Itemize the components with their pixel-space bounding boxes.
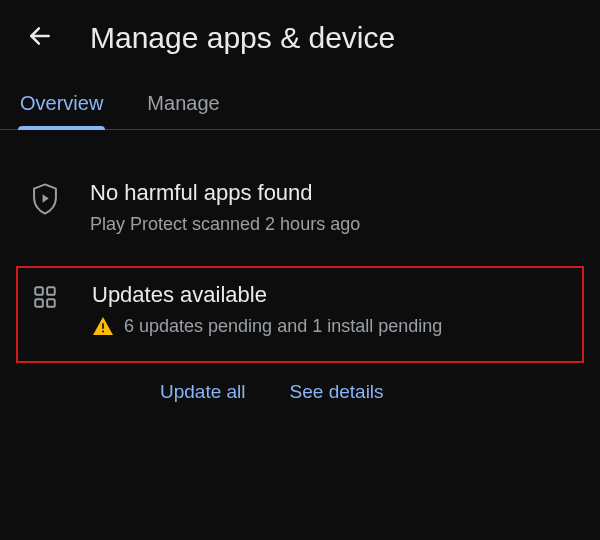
back-button[interactable] bbox=[20, 18, 60, 58]
svg-rect-2 bbox=[47, 288, 55, 296]
warning-icon bbox=[92, 316, 114, 342]
update-all-button[interactable]: Update all bbox=[160, 381, 246, 403]
svg-rect-3 bbox=[35, 299, 43, 307]
protect-title: No harmful apps found bbox=[90, 180, 570, 206]
arrow-left-icon bbox=[27, 23, 53, 53]
content: No harmful apps found Play Protect scann… bbox=[0, 130, 600, 403]
tab-manage[interactable]: Manage bbox=[147, 92, 219, 129]
see-details-button[interactable]: See details bbox=[290, 381, 384, 403]
svg-rect-1 bbox=[35, 288, 43, 296]
svg-rect-5 bbox=[102, 324, 104, 329]
tab-overview[interactable]: Overview bbox=[20, 92, 103, 129]
apps-grid-icon bbox=[32, 284, 76, 310]
tabs: Overview Manage bbox=[0, 68, 600, 130]
shield-play-icon bbox=[30, 182, 74, 216]
updates-subtitle: 6 updates pending and 1 install pending bbox=[124, 314, 568, 338]
svg-rect-6 bbox=[102, 331, 104, 333]
play-protect-section[interactable]: No harmful apps found Play Protect scann… bbox=[20, 168, 580, 248]
app-header: Manage apps & device bbox=[0, 0, 600, 68]
updates-section[interactable]: Updates available 6 updates pending and … bbox=[16, 266, 584, 362]
svg-rect-4 bbox=[47, 299, 55, 307]
page-title: Manage apps & device bbox=[90, 21, 395, 55]
protect-subtitle: Play Protect scanned 2 hours ago bbox=[90, 212, 570, 236]
updates-title: Updates available bbox=[92, 282, 568, 308]
update-actions: Update all See details bbox=[20, 381, 580, 403]
